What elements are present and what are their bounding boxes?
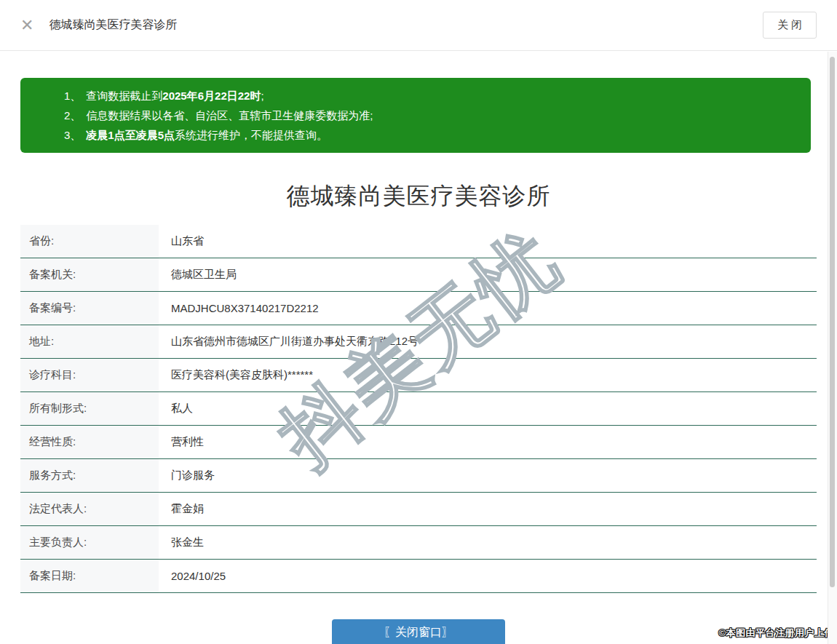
field-value: 霍金娟 (159, 493, 204, 525)
close-window-button[interactable]: 〖关闭窗口〗 (332, 619, 505, 644)
field-value: 德城区卫生局 (159, 258, 237, 291)
notice-line-number: 2、 (64, 109, 81, 122)
notice-line: 1、查询数据截止到2025年6月22日22时; (64, 86, 796, 106)
field-value: 山东省德州市德城区广川街道办事处天衢东路212号 (159, 325, 418, 358)
clinic-info-table: 省份: 山东省 备案机关: 德城区卫生局 备案编号: MADJHCU8X3714… (20, 225, 817, 593)
copyright-watermark: ©本图由平台注册用户上传 (718, 627, 834, 640)
scrollbar-track[interactable] (828, 52, 837, 644)
notice-line-bold-text: 凌晨1点至凌晨5点 (86, 129, 175, 141)
field-label: 备案日期: (20, 560, 159, 592)
table-row: 省份: 山东省 (20, 225, 817, 258)
field-value: 私人 (159, 392, 193, 425)
field-label: 备案机关: (20, 258, 159, 291)
clinic-title: 德城臻尚美医疗美容诊所 (0, 180, 837, 212)
field-value: MADJHCU8X37140217D2212 (159, 292, 319, 325)
field-value: 营利性 (159, 426, 204, 458)
table-row: 备案日期: 2024/10/25 (20, 560, 817, 593)
field-label: 所有制形式: (20, 392, 159, 425)
field-value: 门诊服务 (159, 459, 215, 492)
field-value: 山东省 (159, 225, 204, 258)
field-value: 2024/10/25 (159, 560, 226, 592)
header-bar: ✕ 德城臻尚美医疗美容诊所 关 闭 (0, 0, 837, 51)
field-label: 省份: (20, 225, 159, 258)
notice-line-text: 信息数据结果以各省、自治区、直辖市卫生健康委数据为准; (86, 109, 373, 122)
notice-line-suffix: 系统进行维护，不能提供查询。 (175, 129, 328, 141)
field-label: 备案编号: (20, 292, 159, 325)
field-label: 地址: (20, 325, 159, 358)
field-label: 法定代表人: (20, 493, 159, 525)
notice-line-bold-text: 2025年6月22日22时 (162, 90, 261, 102)
notice-line: 2、信息数据结果以各省、自治区、直辖市卫生健康委数据为准; (64, 106, 796, 125)
field-label: 主要负责人: (20, 526, 159, 559)
close-button[interactable]: 关 闭 (763, 12, 817, 39)
table-row: 法定代表人: 霍金娟 (20, 493, 817, 526)
table-row: 诊疗科目: 医疗美容科(美容皮肤科)****** (20, 359, 817, 392)
table-row: 地址: 山东省德州市德城区广川街道办事处天衢东路212号 (20, 325, 817, 359)
field-label: 诊疗科目: (20, 359, 159, 391)
table-row: 服务方式: 门诊服务 (20, 459, 817, 493)
close-x-icon[interactable]: ✕ (20, 17, 33, 33)
field-label: 经营性质: (20, 426, 159, 458)
field-label: 服务方式: (20, 459, 159, 492)
table-row: 经营性质: 营利性 (20, 426, 817, 459)
table-row: 主要负责人: 张金生 (20, 526, 817, 560)
table-row: 所有制形式: 私人 (20, 392, 817, 426)
table-row: 备案机关: 德城区卫生局 (20, 258, 817, 292)
scrollbar-thumb[interactable] (830, 57, 835, 587)
field-value: 张金生 (159, 526, 204, 559)
page-title: 德城臻尚美医疗美容诊所 (49, 17, 177, 33)
notice-line: 3、凌晨1点至凌晨5点系统进行维护，不能提供查询。 (64, 125, 796, 145)
footer-button-area: 〖关闭窗口〗 (0, 619, 837, 644)
table-row: 备案编号: MADJHCU8X37140217D2212 (20, 292, 817, 325)
notice-line-number: 1、 (64, 90, 81, 102)
notice-line-suffix: ; (261, 90, 263, 102)
notice-line-number: 3、 (64, 129, 81, 141)
field-value: 医疗美容科(美容皮肤科)****** (159, 359, 313, 391)
notice-box: 1、查询数据截止到2025年6月22日22时; 2、信息数据结果以各省、自治区、… (20, 78, 811, 153)
notice-line-text: 查询数据截止到 (86, 90, 162, 102)
